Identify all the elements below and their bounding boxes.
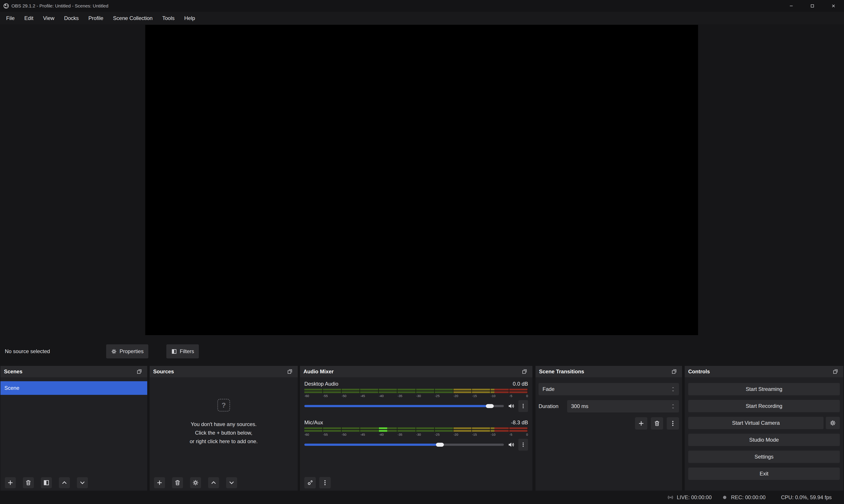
channel-volume-db: 0.0 dB [513,381,528,387]
controls-dock-header: Controls [685,366,843,377]
channel-options-button[interactable] [518,439,528,451]
volume-slider-fill [304,444,440,446]
move-scene-down-button[interactable] [77,477,88,488]
close-button[interactable] [823,0,844,12]
spin-down-icon[interactable] [671,407,675,409]
add-source-button[interactable] [154,477,165,488]
add-scene-button[interactable] [5,477,16,488]
menu-item-scene-collection[interactable]: Scene Collection [108,12,157,24]
scene-filters-button[interactable] [41,477,52,488]
remove-transition-button[interactable] [651,417,663,430]
chevron-down-icon[interactable] [671,390,675,392]
mute-button[interactable] [507,402,516,411]
audio-mixer-popout-button[interactable] [520,367,529,376]
source-list[interactable]: ? You don't have any sources. Click the … [150,377,298,491]
trash-icon [654,420,660,427]
popout-icon [671,369,677,374]
minimize-button[interactable] [781,0,802,12]
preview-canvas[interactable] [145,25,698,335]
meter-scale-label: -50 [342,394,347,398]
chevron-up-icon [210,480,217,486]
transition-options-button[interactable] [667,417,679,430]
meter-scale-label: -55 [323,432,328,437]
menu-item-docks[interactable]: Docks [59,12,84,24]
scenes-popout-button[interactable] [135,367,144,376]
controls-popout-button[interactable] [831,367,840,376]
volume-slider[interactable] [304,405,504,407]
live-status-text: LIVE: 00:00:00 [677,494,712,501]
record-dot-icon [721,494,728,501]
channel-options-button[interactable] [518,400,528,412]
popout-icon [137,369,142,374]
gear-icon [829,420,836,426]
chevron-down-icon [79,480,86,486]
sources-empty-text: You don't have any sources. Click the + … [190,420,258,446]
audio-channel-mic: Mic/Aux -8.3 dB -60-55-50-45-40-35-30-25… [304,419,528,451]
filters-button[interactable]: Filters [166,344,199,358]
remove-scene-button[interactable] [23,477,34,488]
volume-slider-handle[interactable] [486,404,494,408]
menu-item-edit[interactable]: Edit [20,12,38,24]
gear-icon [111,348,117,355]
kebab-icon [322,480,328,486]
spin-up-icon[interactable] [671,403,675,406]
transition-select-value: Fade [543,386,555,392]
scene-list-item-selected[interactable]: Scene [0,381,147,395]
window-title: OBS 29.1.2 - Profile: Untitled - Scenes:… [12,3,108,8]
start-recording-button[interactable]: Start Recording [688,400,840,412]
menu-item-file[interactable]: File [1,12,20,24]
popout-icon [832,369,838,374]
menu-item-tools[interactable]: Tools [157,12,179,24]
obs-window: OBS 29.1.2 - Profile: Untitled - Scenes:… [0,0,844,504]
chevron-up-icon[interactable] [671,386,675,389]
audio-mixer-dock-title: Audio Mixer [303,368,334,375]
sources-toolbar [150,475,298,491]
audio-channel-desktop: Desktop Audio 0.0 dB -60-55-50-45-40-35-… [304,381,528,412]
start-streaming-button[interactable]: Start Streaming [688,383,840,395]
add-transition-button[interactable] [635,417,647,430]
sources-popout-button[interactable] [285,367,294,376]
duration-spinbox[interactable]: 300 ms [567,400,679,412]
settings-button[interactable]: Settings [688,451,840,463]
exit-button[interactable]: Exit [688,468,840,480]
mixer-options-button[interactable] [319,477,331,488]
transitions-body: Fade Duration 300 ms [535,377,682,491]
start-virtual-camera-button[interactable]: Start Virtual Camera [688,417,824,429]
meter-scale-label: -35 [398,432,402,437]
transitions-dock-title: Scene Transitions [539,368,584,375]
maximize-button[interactable] [802,0,823,12]
gears-icon [307,480,313,486]
scene-list[interactable]: Scene [0,377,147,491]
properties-button[interactable]: Properties [106,344,148,358]
advanced-audio-button[interactable] [304,477,316,488]
chevron-up-icon [61,480,68,486]
menu-item-help[interactable]: Help [179,12,200,24]
transitions-popout-button[interactable] [670,367,679,376]
mixer-toolbar [304,477,331,488]
meter-scale-label: -15 [472,394,477,398]
virtual-camera-settings-button[interactable] [826,417,840,429]
duration-label: Duration [539,403,567,409]
volume-slider-handle[interactable] [436,443,444,447]
trash-icon [174,480,181,486]
live-status: LIVE: 00:00:00 [667,494,712,501]
mute-button[interactable] [507,440,516,449]
meter-scale-label: 0 [526,432,528,437]
move-source-down-button[interactable] [226,477,237,488]
popout-icon [287,369,293,374]
kebab-icon [520,403,526,409]
volume-slider[interactable] [304,444,504,446]
meter-scale-label: -25 [435,394,440,398]
meter-scale-label: -25 [435,432,440,437]
popout-icon [522,369,527,374]
menu-item-profile[interactable]: Profile [84,12,108,24]
meter-scale-label: -20 [454,432,458,437]
move-source-up-button[interactable] [208,477,219,488]
menu-item-view[interactable]: View [38,12,59,24]
remove-source-button[interactable] [172,477,183,488]
studio-mode-button[interactable]: Studio Mode [688,434,840,446]
move-scene-up-button[interactable] [59,477,70,488]
meter-scale-label: -35 [398,394,402,398]
source-properties-button[interactable] [190,477,201,488]
transition-select[interactable]: Fade [539,383,679,395]
